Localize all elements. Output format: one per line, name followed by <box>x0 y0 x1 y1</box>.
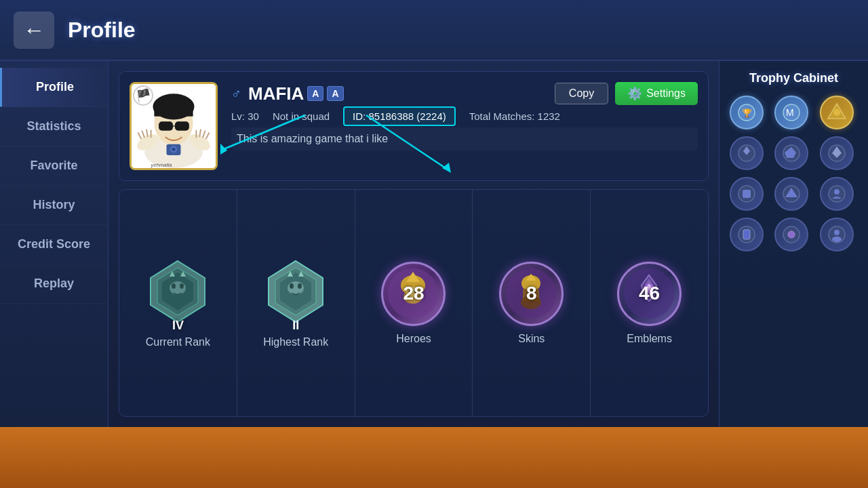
avatar[interactable]: 🏴 <box>130 82 218 170</box>
trophy-item-1[interactable]: 🏆 <box>730 96 764 129</box>
highest-rank-svg <box>262 258 330 325</box>
content-area: 🏴 <box>108 61 719 427</box>
highest-rank-label: Highest Rank <box>263 336 328 348</box>
copy-button[interactable]: Copy <box>555 83 608 104</box>
emblems-badge: 46 <box>617 262 682 326</box>
svg-rect-8 <box>175 121 189 130</box>
gender-icon: ♂ <box>231 86 241 102</box>
player-name: MAFIA A A <box>248 83 344 104</box>
skins-label: Skins <box>518 333 545 345</box>
back-button[interactable]: ← <box>14 12 54 49</box>
profile-header: 🏴 <box>119 71 709 181</box>
svg-point-30 <box>172 283 176 289</box>
heroes-label: Heroes <box>396 333 431 345</box>
trophy-item-5[interactable] <box>774 136 808 170</box>
heroes-badge: 28 <box>381 262 446 326</box>
svg-point-31 <box>180 283 184 289</box>
name-tag-a: A <box>307 86 323 101</box>
trophy-item-3[interactable] <box>820 96 854 129</box>
svg-rect-6 <box>154 106 193 116</box>
sidebar-item-statistics[interactable]: Statistics <box>0 107 108 146</box>
total-matches: Total Matches: 1232 <box>469 110 560 122</box>
name-tag-b: A <box>327 86 343 101</box>
svg-rect-80 <box>743 230 750 239</box>
page-title: Profile <box>68 18 136 43</box>
trophy-item-10[interactable] <box>730 218 764 251</box>
emblems-count: 46 <box>639 283 660 304</box>
bio-text: This is amazing game that i like <box>231 127 698 150</box>
sidebar-item-favorite[interactable]: Favorite <box>0 146 108 186</box>
svg-rect-74 <box>743 190 751 198</box>
top-bar: ← Profile <box>0 0 868 61</box>
trophy-cabinet-title: Trophy Cabinet <box>730 71 858 85</box>
main-layout: Profile Statistics Favorite History Cred… <box>0 61 868 427</box>
sidebar-item-profile[interactable]: Profile <box>0 68 108 107</box>
svg-point-84 <box>834 230 840 235</box>
highest-rank-badge <box>262 258 330 325</box>
trophy-item-7[interactable] <box>730 177 764 211</box>
svg-point-78 <box>834 189 840 195</box>
skins-item[interactable]: 8 Skins <box>473 190 591 416</box>
sidebar-item-replay[interactable]: Replay <box>0 264 108 304</box>
trophy-item-11[interactable] <box>774 218 808 251</box>
trophy-item-6[interactable] <box>820 136 854 170</box>
trophy-item-2[interactable]: M <box>774 96 808 129</box>
trophy-item-4[interactable] <box>730 136 764 170</box>
settings-button[interactable]: ⚙️ Settings <box>615 82 698 105</box>
current-rank-svg <box>144 258 212 325</box>
squad-text: Not in squad <box>273 110 330 122</box>
sidebar: Profile Statistics Favorite History Cred… <box>0 61 108 427</box>
svg-rect-7 <box>159 121 173 130</box>
svg-text:M: M <box>786 107 794 118</box>
svg-point-29 <box>170 281 186 295</box>
skins-count: 8 <box>526 283 537 304</box>
trophy-grid: 🏆 M <box>730 96 858 251</box>
profile-info: ♂ MAFIA A A Copy ⚙️ Settings Lv: 30 Not … <box>231 82 698 150</box>
svg-point-67 <box>833 109 840 116</box>
flag-icon: 🏴 <box>133 85 153 106</box>
current-rank-badge <box>144 258 212 325</box>
svg-marker-25 <box>442 163 451 173</box>
skins-badge: 8 <box>499 262 564 326</box>
highest-rank-tier: II <box>292 319 299 333</box>
emblems-label: Emblems <box>627 333 672 345</box>
level-text: Lv: 30 <box>231 110 259 122</box>
gear-icon: ⚙️ <box>627 86 642 101</box>
svg-point-39 <box>298 283 302 289</box>
current-rank-label: Current Rank <box>146 336 210 348</box>
svg-point-12 <box>172 147 176 151</box>
current-rank-tier: IV <box>172 319 184 333</box>
trophy-item-12[interactable] <box>820 218 854 251</box>
svg-point-85 <box>832 237 842 242</box>
heroes-item[interactable]: 28 Heroes <box>355 190 473 416</box>
bottom-bar <box>0 427 868 488</box>
svg-text:yehmafia: yehmafia <box>151 162 172 168</box>
trophy-item-8[interactable] <box>774 177 808 211</box>
svg-point-37 <box>288 281 304 295</box>
player-id-box: ID: 85186388 (2224) <box>343 106 456 126</box>
trophy-item-9[interactable] <box>820 177 854 211</box>
svg-text:🏆: 🏆 <box>742 108 752 118</box>
emblems-item[interactable]: 46 Emblems <box>591 190 708 416</box>
sidebar-item-credit-score[interactable]: Credit Score <box>0 225 108 264</box>
svg-point-38 <box>290 283 294 289</box>
back-arrow-icon: ← <box>23 18 45 43</box>
current-rank-item[interactable]: IV Current Rank <box>119 190 237 416</box>
highest-rank-item[interactable]: II Highest Rank <box>237 190 355 416</box>
name-row: ♂ MAFIA A A Copy ⚙️ Settings <box>231 82 698 105</box>
heroes-count: 28 <box>403 283 424 304</box>
stats-row: IV Current Rank <box>119 189 709 417</box>
level-row: Lv: 30 Not in squad ID: 85186388 (2224) … <box>231 110 698 122</box>
sidebar-item-history[interactable]: History <box>0 186 108 225</box>
svg-point-82 <box>788 231 795 238</box>
svg-marker-23 <box>220 144 227 155</box>
trophy-cabinet: Trophy Cabinet 🏆 M <box>719 61 868 427</box>
